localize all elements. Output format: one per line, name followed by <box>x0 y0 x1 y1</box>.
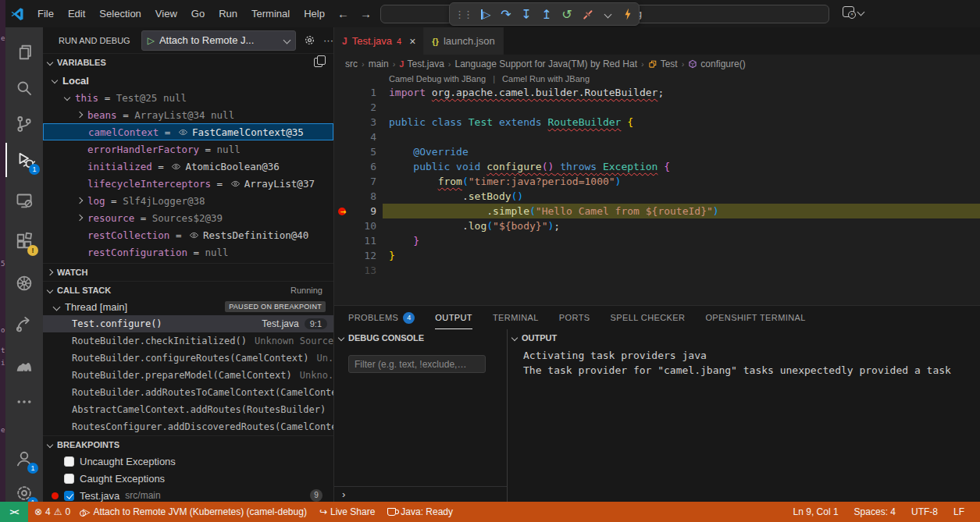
breakpoints-section-header[interactable]: BREAKPOINTS <box>43 435 333 453</box>
lazy-eval-eye-icon[interactable] <box>178 127 188 137</box>
variable-row[interactable]: restConfiguration = null <box>43 243 333 261</box>
breadcrumb-item[interactable]: Test <box>648 59 678 69</box>
panel-tab-output[interactable]: OUTPUT <box>435 306 472 329</box>
watch-section-header[interactable]: WATCH <box>43 263 333 280</box>
source-control-activity-icon[interactable] <box>5 107 43 141</box>
breakpoint-row[interactable]: Caught Exceptions <box>43 470 333 487</box>
tab-launch-json[interactable]: {}launch.json <box>424 27 503 55</box>
cursor-position[interactable]: Ln 9, Col 1 <box>786 506 846 517</box>
more-activity-icon[interactable] <box>5 385 43 419</box>
files-activity-icon[interactable] <box>5 35 43 69</box>
codelens-debug-link[interactable]: Camel Debug with JBang <box>389 74 486 83</box>
code-line-5[interactable]: 5 @Override <box>334 144 980 159</box>
breakpoint-checkbox[interactable] <box>64 456 74 467</box>
variable-row[interactable]: lifecycleInterceptors = ArrayList@37 <box>43 175 333 192</box>
breadcrumb-item[interactable]: src <box>345 59 358 69</box>
line-number[interactable]: 10 <box>334 218 389 233</box>
breakpoint-row[interactable]: Test.javasrc/main9 <box>43 487 333 502</box>
eol-status[interactable]: LF <box>946 506 972 517</box>
line-number[interactable]: 13 <box>334 263 389 278</box>
debug-activity-icon[interactable]: 1 <box>5 143 45 177</box>
thread-row[interactable]: Thread [main] PAUSED ON BREAKPOINT <box>43 298 333 315</box>
disconnect-icon[interactable] <box>581 5 593 23</box>
call-stack-section-header[interactable]: CALL STACK Running <box>43 281 333 298</box>
extensions-activity-icon[interactable]: ! <box>5 224 43 258</box>
tab-test-java[interactable]: JTest.java4× <box>334 27 424 55</box>
drag-grip-icon[interactable]: ⋮⋮ <box>454 5 472 23</box>
menu-file[interactable]: File <box>30 0 61 27</box>
panel-tab-terminal[interactable]: TERMINAL <box>493 306 539 329</box>
variable-row[interactable]: initialized = AtomicBoolean@36 <box>43 158 333 175</box>
java-status[interactable]: Java: Ready <box>381 506 459 517</box>
console-filter-input[interactable]: Filter (e.g. text, !exclude,… <box>348 355 486 373</box>
line-number[interactable]: 11 <box>334 233 389 248</box>
line-number[interactable]: 12 <box>334 248 389 263</box>
restart-icon[interactable]: ↺ <box>561 5 573 23</box>
breakpoint-checkbox[interactable] <box>64 491 74 501</box>
panel-tab-spell-checker[interactable]: SPELL CHECKER <box>611 306 686 329</box>
debug-console-header[interactable]: DEBUG CONSOLE <box>334 329 507 346</box>
stack-frame-row[interactable]: RouteBuilder.checkInitialized()Unknown S… <box>43 332 333 350</box>
variable-row[interactable]: camelContext = FastCamelContext@35 <box>43 123 333 140</box>
menu-help[interactable]: Help <box>297 0 332 27</box>
nav-forward-button[interactable]: → <box>355 7 377 20</box>
step-over-icon[interactable]: ↷ <box>500 5 512 23</box>
code-line-4[interactable]: 4 <box>334 130 980 144</box>
live-share-status[interactable]: ↪ Live Share <box>313 506 381 517</box>
start-debug-icon[interactable]: ▷ <box>148 35 155 46</box>
indentation-status[interactable]: Spaces: 4 <box>846 506 903 517</box>
output-header[interactable]: OUTPUT <box>508 329 980 346</box>
debug-config-select[interactable]: ▷ Attach to Remote J... <box>141 30 296 51</box>
stack-frame-row[interactable]: RoutesConfigurer.addDiscoveredRoutes(Cam… <box>43 418 333 435</box>
breakpoint-checkbox[interactable] <box>64 474 74 484</box>
variable-row[interactable]: restCollection = RestsDefinition@40 <box>43 226 333 243</box>
menu-go[interactable]: Go <box>184 0 212 27</box>
step-into-icon[interactable]: ↧ <box>520 5 533 23</box>
variable-row[interactable]: beans = ArrayList@34 null <box>43 106 333 123</box>
paused-breakpoint-icon[interactable]: → <box>338 207 351 216</box>
chevron-down-icon[interactable] <box>601 5 614 23</box>
console-repl-input[interactable]: › <box>334 486 507 502</box>
code-line-13[interactable]: 13 <box>334 263 980 278</box>
stack-frame-row[interactable]: Test.configure()Test.java9:1 <box>43 315 333 332</box>
search-activity-icon[interactable] <box>5 71 43 105</box>
account-activity-icon[interactable]: 1 <box>5 442 43 476</box>
variables-scope-row[interactable]: Local <box>43 72 333 89</box>
variable-row[interactable]: errorHandlerFactory = null <box>43 140 333 158</box>
debug-settings-gear-icon[interactable] <box>304 34 315 46</box>
stack-frame-row[interactable]: AbstractCamelContext.addRoutes(RoutesBui… <box>43 401 333 418</box>
openshift-activity-icon[interactable] <box>5 307 43 341</box>
copy-value-icon[interactable] <box>314 58 323 67</box>
breadcrumb-item[interactable]: JTest.java <box>399 59 444 69</box>
variable-row[interactable]: resource = Sources$2@39 <box>43 209 333 226</box>
code-line-11[interactable]: 11 } <box>334 233 980 248</box>
line-number[interactable]: 3 <box>334 115 389 130</box>
panel-tab-ports[interactable]: PORTS <box>559 306 590 329</box>
line-number[interactable]: 7 <box>334 174 389 189</box>
line-number[interactable]: 6 <box>334 159 389 174</box>
variable-row[interactable]: this = Test@25 null <box>43 89 333 106</box>
codelens-run-link[interactable]: Camel Run with JBang <box>502 74 590 83</box>
code-line-9[interactable]: →9 .simple("Hello Camel from ${routeId}"… <box>334 204 980 218</box>
breadcrumb-item[interactable]: Language Support for Java(TM) by Red Hat <box>455 59 637 69</box>
lazy-eval-eye-icon[interactable] <box>171 162 181 172</box>
line-number[interactable]: 2 <box>334 100 389 115</box>
lazy-eval-eye-icon[interactable] <box>230 179 241 189</box>
panel-tab-problems[interactable]: PROBLEMS4 <box>348 306 415 329</box>
menu-selection[interactable]: Selection <box>92 0 148 27</box>
variables-section-header[interactable]: VARIABLES <box>43 53 333 70</box>
menu-edit[interactable]: Edit <box>61 0 92 27</box>
continue-icon[interactable]: ▷ <box>479 5 492 23</box>
layout-control-icon[interactable]: × <box>843 6 864 17</box>
line-number[interactable]: 1 <box>334 85 389 100</box>
code-line-7[interactable]: 7 from("timer:java?period=1000") <box>334 174 980 189</box>
views-more-actions[interactable]: ··· <box>323 34 333 46</box>
code-line-12[interactable]: 12} <box>334 248 980 263</box>
code-line-6[interactable]: 6 public void configure() throws Excepti… <box>334 159 980 174</box>
encoding-status[interactable]: UTF-8 <box>903 506 946 517</box>
code-line-2[interactable]: 2 <box>334 100 980 115</box>
menu-run[interactable]: Run <box>212 0 244 27</box>
lazy-eval-eye-icon[interactable] <box>189 230 199 240</box>
close-icon[interactable]: × <box>409 35 415 48</box>
menu-view[interactable]: View <box>148 0 184 27</box>
